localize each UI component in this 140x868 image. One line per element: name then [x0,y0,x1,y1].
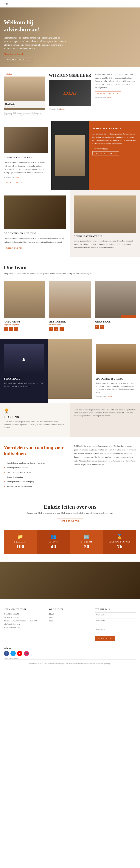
planning-left-col: 🏆 PLANNING Sed blandit libero volutpat s… [0,403,70,437]
wijzig-btn[interactable]: HOW MEER TE BETER [95,91,121,95]
clients-label: CLIENTS [39,541,68,543]
hero-author-link[interactable]: Freepik [17,53,23,55]
hero-cta-button[interactable]: HOE MEER TE BETER [4,57,33,62]
team-social-jeffrey: t in [95,325,136,329]
wijzig-tag: Inleiding [4,73,45,75]
strategie-auto-caption: Afbeelding van Freepik [96,395,136,397]
feit-card-team: 🏢 ONS TEAM 20 [70,530,103,554]
wijzig-right-link[interactable]: Freepik [106,96,112,98]
footer-email[interactable]: info@adviesbureau.nl [4,623,45,626]
onderscheidingen-label: ONDERSCHEIDINGEN [105,541,134,543]
feiten-title: Enkele feiten over ons [4,504,136,510]
twitter-icon-jeffrey[interactable]: t [95,325,99,329]
footer-contact-col: NEEM CONTACT OP Tel: +31 20 123 456 Tel:… [4,604,45,641]
bottom-photo-inner [0,562,140,599]
strategie-meeting-image: ♟ [4,344,44,374]
hero-title: Welkom bij adviesbureau! [4,19,67,33]
bedrijf-center-col [51,121,89,190]
instagram-icon-alex[interactable]: in [14,327,18,331]
team-photo-alex [4,281,45,318]
footer-phone1[interactable]: Tel: +31 20 123 456 [4,613,45,616]
bedrijf-left-caption: Afbeelding van Freepik [4,177,47,178]
instagram-button[interactable]: 📷 [24,651,29,656]
footer-contact-title: NEEM CONTACT OP [4,608,45,610]
wijzig-person-image: Heg Biroth creatieve leider [4,76,45,110]
youtube-button[interactable]: ▶ [17,651,23,656]
wijzig-name: Heg Biroth [5,103,43,105]
feit-card-clients: 👥 CLIENTS 40 [37,530,70,554]
instagram-icon-ann[interactable]: in [60,327,64,331]
wijzig-role: creatieve leider [5,105,43,107]
footer-name-input[interactable] [95,613,136,617]
footer-phone2[interactable]: Tel: +31 20 123 456 [4,616,45,619]
hero-author: Afbeelding van Freepik [4,53,67,55]
feiten-btn[interactable]: MEER TE WETEN [57,519,83,524]
team-photo-jeffrey [95,281,136,318]
wijzig-ideas-image: IDEAS [49,80,91,106]
bedrijf-section: BEDRIJFSMODELLEN Duis aute irure dolor i… [0,121,140,190]
bedrijf-right-link[interactable]: Freepik [103,148,108,150]
social-row: f t ▶ 📷 [4,651,136,656]
projecten-label: PROJECTEN [6,541,35,543]
twitter-button[interactable]: t [10,651,16,656]
logo: logo [4,2,8,5]
team-description: Sample text. Click to select the text bo… [4,272,136,275]
instagram-icon-jeffrey[interactable]: in [100,325,104,329]
navigation: logo [0,0,140,7]
bedrijf-right-title: BEDRIJFSSTRATEGIE [93,127,136,130]
bedrijf-left-title: BEDRIJFSMODELLEN [4,156,47,159]
bedrijf-right-btn[interactable]: HOW MEER TE WETEN [93,151,119,155]
voordelen-title: Voordelen van coaching voor individuen. [4,444,66,457]
facebook-icon-alex[interactable]: f [4,327,8,331]
team-grid: Alex Grinfield programmeer-junior f t in… [4,281,136,331]
footer-send-button[interactable]: VERZENDEN [95,637,115,641]
gegevens-left-btn[interactable]: MEER TE WETEN [4,246,25,250]
volg-section: Volg ons f t ▶ 📷 ©2020 Privacy beleid [4,647,136,659]
team-title: Ons team [4,264,136,271]
wijzig-center-col: WIJZIGINGSBEHEER IDEAS Afbeelding door F… [49,73,91,110]
footer-website[interactable]: www.adviesbureau.nl [4,626,45,629]
bottom-photo [0,562,140,599]
strategie-right-col: AUTOMATISERING Lorem ipsum dolor sit ame… [93,339,140,403]
strategie-person-image [47,339,93,399]
team-num: 20 [72,544,101,550]
feiten-section: Enkele feiten over ons Sample text. Clic… [0,496,140,562]
bedrijf-left-link[interactable]: Freepik [14,177,20,178]
team-social-alex: f t in [4,327,45,331]
footer-form-title: OTC INT 2021 [95,608,136,610]
team-card-3: Jeffrey Brown t in [95,281,136,331]
wijzig-center-link[interactable]: Freepik [60,108,66,110]
footer-link2[interactable]: Link 2 [49,616,91,619]
facebook-icon-ann[interactable]: f [49,327,53,331]
footer-grid: NEEM CONTACT OP Tel: +31 20 123 456 Tel:… [4,604,136,641]
team-role-alex: programmeer-junior [4,323,45,326]
twitter-icon-alex[interactable]: t [9,327,13,331]
gegevens-right-text: Lorem ipsum dolor sit amet, consectetur … [74,239,136,249]
team-card-2: Ann Richmond creatieve leider f t in [49,281,91,331]
strategie-text: Sed blandit libero volutpat sed cras orn… [4,382,44,388]
planning-text: Sed blandit libero volutpat sed cras orn… [4,420,66,429]
gegevens-left-col: GEGEVENS EN ANALYSE Duis aute irure dolo… [0,190,70,257]
footer-link1[interactable]: Link 1 [49,613,91,616]
gegevens-left-image [4,195,66,229]
footer-link3[interactable]: Link 3 [49,619,91,623]
footer-message-input[interactable] [95,624,136,635]
wijzig-caption-link[interactable]: Freepik [37,114,42,116]
team-name-ann: Ann Richmond [49,320,91,323]
twitter-icon-ann[interactable]: t [54,327,59,331]
feit-card-projecten: 📁 PROJECTEN 100 [4,530,37,554]
hero-section: Welkom bij adviesbureau! Lorem ipsum dol… [0,7,140,67]
wijzig-right-col: Sample text. Click to select the text bo… [95,73,136,98]
bedrijf-left-btn[interactable]: MEER TE WETEN [4,180,25,184]
voordelen-item-6: Vergroot uw leervaardigheden [4,484,66,489]
team-label: ONS TEAM [72,541,101,543]
facebook-button[interactable]: f [4,651,9,656]
volg-title: Volg ons [4,647,136,649]
strategie-auto-title: AUTOMATISERING [96,377,136,380]
footer: NEEM CONTACT OP Tel: +31 20 123 456 Tel:… [0,599,140,670]
footer-email-input[interactable] [95,618,136,623]
team-section: Ons team Sample text. Click to select th… [0,257,140,339]
strategie-auto-link[interactable]: Freepik [107,395,112,397]
voordelen-item-3: Helpt uw potentieel te krijgen [4,470,66,474]
footer-copyright: Lorem ipsum dolor sit amet, consectetur … [4,662,136,664]
